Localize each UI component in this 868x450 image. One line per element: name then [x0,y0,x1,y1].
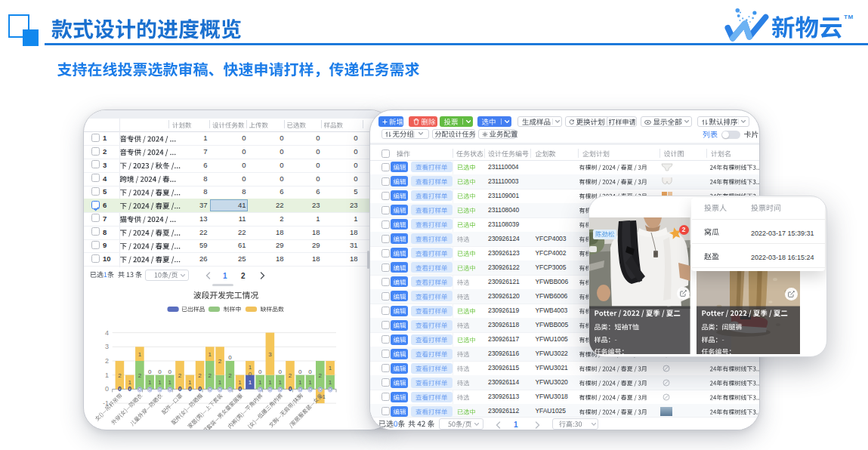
svg-text:1: 1 [128,379,131,386]
svg-text:0: 0 [258,368,262,374]
svg-text:0: 0 [298,368,302,374]
svg-text:2: 2 [198,371,202,378]
svg-text:1: 1 [249,364,252,371]
svg-text:0: 0 [319,387,322,392]
svg-text:2: 2 [228,371,232,378]
svg-text:0: 0 [105,385,109,393]
svg-text:0: 0 [118,385,122,393]
svg-text:0: 0 [148,387,151,392]
svg-text:1: 1 [308,379,312,386]
svg-text:1: 1 [268,379,272,386]
svg-text:2: 2 [138,371,142,378]
svg-text:0: 0 [159,387,162,392]
svg-text:2: 2 [319,371,323,378]
svg-text:1: 1 [298,379,302,386]
svg-text:1: 1 [168,379,172,386]
svg-text:1: 1 [278,379,282,386]
svg-text:1: 1 [138,350,142,357]
svg-text:0: 0 [168,387,171,392]
svg-text:1: 1 [249,379,252,386]
svg-text:0: 0 [308,368,312,374]
svg-text:1: 1 [218,379,222,386]
svg-text:0: 0 [138,387,141,392]
svg-text:3: 3 [105,343,109,350]
svg-text:1: 1 [105,371,109,378]
svg-text:4: 4 [105,328,109,336]
svg-text:0: 0 [128,385,131,393]
svg-text:2: 2 [289,371,292,378]
svg-text:0: 0 [238,385,242,393]
svg-text:0: 0 [188,385,192,393]
svg-text:0: 0 [229,387,232,392]
svg-text:0: 0 [228,353,232,360]
svg-text:0: 0 [178,385,182,393]
svg-text:0: 0 [249,371,252,378]
svg-text:0: 0 [298,387,301,392]
svg-text:1: 1 [188,379,192,386]
svg-text:0: 0 [168,368,172,374]
svg-text:1: 1 [148,379,152,386]
svg-text:1: 1 [238,379,242,386]
svg-text:2: 2 [218,358,222,365]
svg-text:0: 0 [278,368,282,374]
svg-text:1: 1 [258,379,262,386]
svg-text:2: 2 [209,371,212,378]
svg-text:0: 0 [158,368,162,374]
svg-text:0: 0 [279,387,282,392]
svg-text:0: 0 [209,387,212,392]
svg-text:1: 1 [329,365,332,371]
svg-text:1: 1 [209,350,212,357]
svg-text:-1: -1 [320,393,326,399]
svg-text:0: 0 [198,385,202,393]
svg-text:1: 1 [329,379,332,386]
svg-text:3: 3 [268,350,272,357]
svg-text:2: 2 [118,371,122,378]
svg-text:-1: -1 [103,399,109,407]
svg-text:2: 2 [178,371,182,378]
svg-text:0: 0 [148,368,152,374]
svg-text:0: 0 [258,387,261,392]
svg-text:1: 1 [158,379,162,386]
svg-text:0: 0 [218,387,221,392]
svg-text:0: 0 [329,387,332,392]
svg-text:0: 0 [309,387,312,392]
svg-text:0: 0 [269,387,272,392]
svg-text:0: 0 [289,385,292,393]
svg-text:2: 2 [105,357,109,365]
